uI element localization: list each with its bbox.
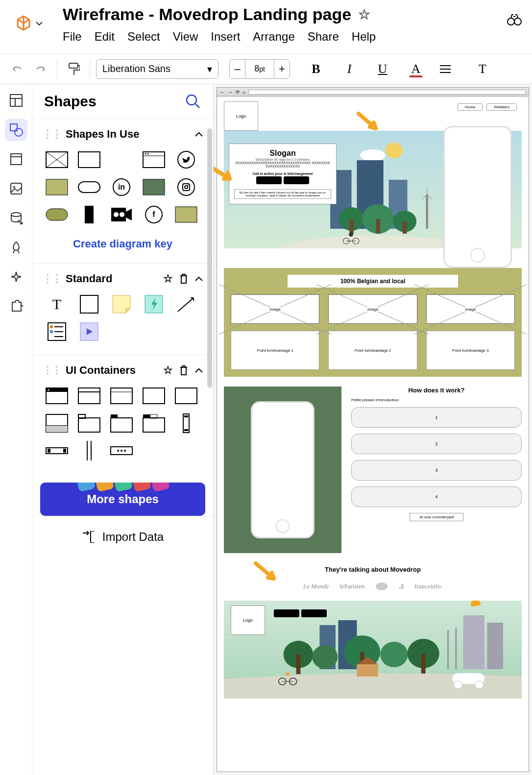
section-header[interactable]: ⋮⋮Standard ☆	[42, 272, 203, 285]
undo-button[interactable]	[7, 59, 27, 79]
shape-instagram-icon[interactable]	[174, 178, 198, 196]
menu-view[interactable]: View	[173, 30, 198, 44]
font-size-value[interactable]: 8pt	[245, 64, 274, 74]
canvas[interactable]: ←→⟳⌂ Logo Home Retailers	[214, 84, 532, 775]
text-color-button[interactable]: A	[406, 62, 426, 76]
advantage-card[interactable]: Point fort/Avantage 1	[231, 331, 319, 370]
menu-help[interactable]: Help	[352, 30, 376, 44]
footer-section[interactable]: Logo	[224, 601, 522, 699]
image-placeholder[interactable]: Image	[231, 294, 319, 324]
section-header[interactable]: ⋮⋮UI Containers ☆	[42, 364, 203, 377]
menu-share[interactable]: Share	[308, 30, 339, 44]
how-section[interactable]: How does it work? Petite phrase d'introd…	[224, 387, 522, 553]
align-button[interactable]	[439, 64, 459, 74]
shape-facebook-icon[interactable]: f	[142, 205, 166, 224]
shape-list[interactable]	[45, 322, 69, 341]
binoculars-icon[interactable]	[507, 12, 522, 27]
trash-icon[interactable]	[179, 365, 189, 376]
press-section[interactable]: They're talking about Movedrop Le Monde …	[224, 566, 522, 591]
shape-note[interactable]	[110, 295, 133, 314]
increase-size-button[interactable]: +	[274, 60, 290, 78]
merchant-button[interactable]: Je suis commerçant	[410, 513, 463, 521]
advantage-card[interactable]: Point fort/Avantage 2	[328, 331, 417, 370]
paint-roller-button[interactable]	[63, 59, 84, 79]
redo-button[interactable]	[30, 59, 51, 79]
rail-shapes-button[interactable]	[5, 119, 27, 141]
rail-layout-button[interactable]	[5, 89, 27, 112]
menu-insert[interactable]: Insert	[211, 30, 240, 44]
shape-tabs2[interactable]	[110, 414, 133, 433]
image-placeholder[interactable]: Image	[328, 294, 417, 324]
rail-sparkle-button[interactable]	[5, 266, 27, 288]
italic-button[interactable]: I	[339, 62, 360, 76]
step-2[interactable]: 2	[351, 434, 522, 454]
shape-vbar[interactable]	[174, 414, 198, 433]
shape-tabs1[interactable]	[77, 414, 101, 433]
trash-icon[interactable]	[179, 273, 189, 284]
drag-handle-icon[interactable]: ⋮⋮	[42, 364, 61, 377]
shape-empty[interactable]	[110, 150, 133, 169]
image-placeholder[interactable]: Image	[426, 294, 515, 324]
shape-hbar[interactable]	[45, 441, 69, 460]
rail-rocket-button[interactable]	[5, 236, 27, 259]
appstore-badge[interactable]	[256, 176, 282, 184]
googleplay-badge[interactable]	[284, 176, 309, 184]
rail-image-button[interactable]	[5, 177, 27, 200]
logo-placeholder[interactable]: Logo	[224, 101, 258, 131]
shape-black-bar[interactable]	[77, 205, 101, 224]
drag-handle-icon[interactable]: ⋮⋮	[42, 272, 61, 285]
shape-window1[interactable]	[45, 387, 69, 405]
more-shapes-button[interactable]: More shapes	[40, 483, 205, 516]
menu-edit[interactable]: Edit	[95, 30, 115, 44]
shape-play[interactable]	[77, 322, 101, 341]
shape-browser[interactable]	[142, 150, 166, 169]
shape-twitter-icon[interactable]	[174, 150, 198, 169]
shape-text[interactable]: T	[45, 295, 69, 314]
decrease-size-button[interactable]: –	[230, 60, 245, 78]
step-1[interactable]: 1	[351, 407, 522, 428]
rail-puzzle-button[interactable]	[5, 295, 27, 317]
shape-rect[interactable]	[77, 150, 101, 169]
shape-pane[interactable]	[142, 387, 166, 405]
shape-olive-round[interactable]	[45, 205, 69, 224]
section-header[interactable]: ⋮⋮Shapes In Use	[42, 128, 203, 141]
nav-retailers[interactable]: Retailers	[486, 103, 517, 111]
import-data-button[interactable]: Import Data	[32, 516, 213, 557]
shape-square[interactable]	[77, 295, 101, 314]
shape-pane2[interactable]	[174, 387, 198, 405]
app-logo[interactable]	[15, 15, 43, 32]
shape-video-icon[interactable]	[110, 205, 133, 224]
shape-olive-rect2[interactable]	[174, 205, 198, 224]
document-title[interactable]: Wireframe - Movedrop Landing page	[63, 5, 351, 24]
shape-window2[interactable]	[77, 387, 101, 405]
slogan-card[interactable]: Slogan Description de l'app en 2-3 phras…	[229, 144, 337, 204]
menu-select[interactable]: Select	[127, 30, 160, 44]
star-icon[interactable]: ☆	[163, 364, 173, 377]
search-icon[interactable]	[185, 93, 201, 110]
step-4[interactable]: 4	[351, 486, 522, 507]
create-diagram-key-link[interactable]: Create diagram key	[42, 229, 203, 254]
wireframe-browser[interactable]: ←→⟳⌂ Logo Home Retailers	[217, 87, 529, 772]
belgian-section[interactable]: 100% Belgian and local Image Image Image…	[224, 268, 522, 377]
underline-button[interactable]: U	[372, 62, 393, 76]
rail-data-button[interactable]	[5, 207, 27, 229]
panel-scrollbar[interactable]	[207, 128, 212, 388]
font-family-select[interactable]: Liberation Sans ▾	[96, 59, 218, 79]
shape-arrow[interactable]	[174, 295, 198, 314]
step-3[interactable]: 3	[351, 460, 522, 481]
shape-green-rect[interactable]	[142, 178, 166, 196]
shape-tabs3[interactable]	[142, 414, 166, 433]
shape-vsplit[interactable]	[77, 441, 101, 460]
text-tool-button[interactable]: T	[472, 62, 493, 76]
chevron-up-icon[interactable]	[194, 131, 203, 137]
shape-olive-rect[interactable]	[45, 178, 69, 196]
phone-mockup[interactable]	[443, 126, 512, 268]
chevron-up-icon[interactable]	[194, 276, 203, 282]
drag-handle-icon[interactable]: ⋮⋮	[42, 128, 61, 141]
shape-pill[interactable]	[77, 178, 101, 196]
star-icon[interactable]: ☆	[358, 6, 370, 23]
shape-split[interactable]	[45, 414, 69, 433]
shape-window3[interactable]	[110, 387, 133, 405]
bold-button[interactable]: B	[306, 62, 326, 76]
chevron-up-icon[interactable]	[194, 367, 203, 373]
